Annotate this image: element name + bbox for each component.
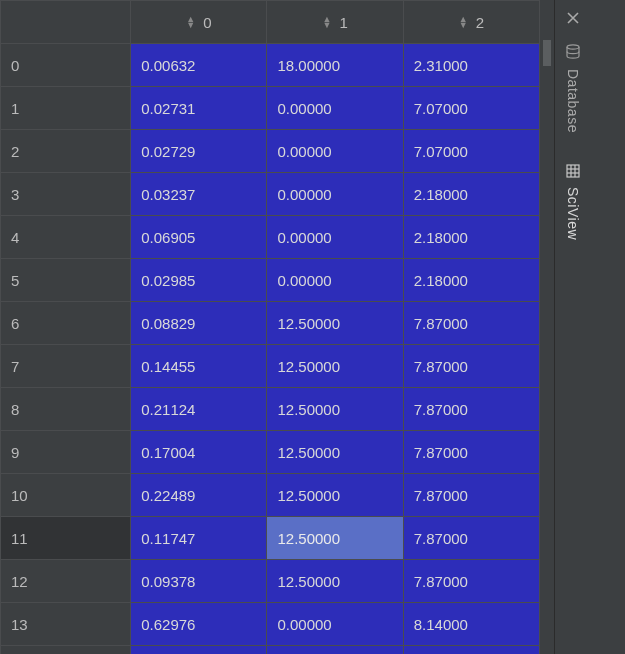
tab-label: SciView <box>565 187 581 240</box>
tab-sciview[interactable]: SciView <box>555 156 591 266</box>
cell[interactable]: 7.87000 <box>403 431 539 474</box>
table-row[interactable]: 100.2248912.500007.87000 <box>1 474 540 517</box>
col-header-label: 2 <box>476 14 484 31</box>
table-row[interactable]: 130.629760.000008.14000 <box>1 603 540 646</box>
row-index[interactable]: 2 <box>1 130 131 173</box>
cell[interactable]: 12.50000 <box>267 345 403 388</box>
grid-icon <box>566 164 580 181</box>
sort-icon: ▲▼ <box>186 16 195 28</box>
cell[interactable]: 2.18000 <box>403 173 539 216</box>
cell[interactable]: 0.00000 <box>267 603 403 646</box>
table-row[interactable]: 30.032370.000002.18000 <box>1 173 540 216</box>
col-header-1[interactable]: ▲▼ 1 <box>267 1 403 44</box>
sort-icon: ▲▼ <box>459 16 468 28</box>
col-header-2[interactable]: ▲▼ 2 <box>403 1 539 44</box>
cell[interactable]: 7.87000 <box>403 517 539 560</box>
sort-icon: ▲▼ <box>322 16 331 28</box>
cell[interactable]: 7.07000 <box>403 130 539 173</box>
tool-window-tabs: Database SciView <box>554 0 625 654</box>
cell[interactable]: 12.50000 <box>267 431 403 474</box>
tab-label: Database <box>565 69 581 133</box>
table-row[interactable]: 110.1174712.500007.87000 <box>1 517 540 560</box>
cell[interactable]: 0.00632 <box>131 44 267 87</box>
cell[interactable]: 0.00000 <box>267 259 403 302</box>
cell[interactable]: 7.87000 <box>403 388 539 431</box>
table-row[interactable]: 00.0063218.000002.31000 <box>1 44 540 87</box>
row-index[interactable]: 12 <box>1 560 131 603</box>
table-row[interactable]: 70.1445512.500007.87000 <box>1 345 540 388</box>
cell[interactable]: 0.17004 <box>131 431 267 474</box>
cell[interactable]: 7.87000 <box>403 560 539 603</box>
cell[interactable] <box>403 646 539 655</box>
svg-rect-1 <box>567 165 579 177</box>
col-header-0[interactable]: ▲▼ 0 <box>131 1 267 44</box>
cell[interactable]: 12.50000 <box>267 474 403 517</box>
cell[interactable]: 0.03237 <box>131 173 267 216</box>
row-index[interactable]: 13 <box>1 603 131 646</box>
cell[interactable]: 0.21124 <box>131 388 267 431</box>
database-icon <box>566 44 580 63</box>
col-header-label: 0 <box>203 14 211 31</box>
row-index[interactable]: 1 <box>1 87 131 130</box>
table-row[interactable]: 40.069050.000002.18000 <box>1 216 540 259</box>
cell[interactable]: 12.50000 <box>267 560 403 603</box>
cell[interactable]: 0.00000 <box>267 173 403 216</box>
cell[interactable]: 7.87000 <box>403 302 539 345</box>
table-row[interactable]: 20.027290.000007.07000 <box>1 130 540 173</box>
row-index[interactable]: 7 <box>1 345 131 388</box>
data-table: ▲▼ 0 ▲▼ 1 ▲▼ 2 00.006321 <box>0 0 540 654</box>
table-row[interactable]: 60.0882912.500007.87000 <box>1 302 540 345</box>
row-index[interactable]: 0 <box>1 44 131 87</box>
row-index[interactable]: 5 <box>1 259 131 302</box>
cell[interactable]: 0.06905 <box>131 216 267 259</box>
table-row[interactable]: 120.0937812.500007.87000 <box>1 560 540 603</box>
cell[interactable]: 0.08829 <box>131 302 267 345</box>
cell[interactable]: 0.62976 <box>131 603 267 646</box>
table-row[interactable]: 10.027310.000007.07000 <box>1 87 540 130</box>
cell[interactable]: 0.02731 <box>131 87 267 130</box>
row-index[interactable]: 9 <box>1 431 131 474</box>
table-row[interactable] <box>1 646 540 655</box>
cell[interactable]: 7.87000 <box>403 345 539 388</box>
close-icon[interactable] <box>555 6 591 30</box>
cell[interactable]: 2.18000 <box>403 259 539 302</box>
cell[interactable] <box>267 646 403 655</box>
vertical-scrollbar[interactable] <box>540 0 554 654</box>
cell[interactable]: 0.00000 <box>267 216 403 259</box>
row-index[interactable]: 11 <box>1 517 131 560</box>
cell[interactable]: 0.14455 <box>131 345 267 388</box>
col-header-label: 1 <box>339 14 347 31</box>
cell[interactable]: 7.87000 <box>403 474 539 517</box>
cell[interactable]: 2.18000 <box>403 216 539 259</box>
scrollbar-thumb[interactable] <box>543 40 551 66</box>
tab-database[interactable]: Database <box>555 36 591 146</box>
cell[interactable]: 8.14000 <box>403 603 539 646</box>
row-index[interactable]: 3 <box>1 173 131 216</box>
cell[interactable]: 18.00000 <box>267 44 403 87</box>
header-row: ▲▼ 0 ▲▼ 1 ▲▼ 2 <box>1 1 540 44</box>
cell[interactable]: 0.22489 <box>131 474 267 517</box>
table-row[interactable]: 90.1700412.500007.87000 <box>1 431 540 474</box>
cell[interactable]: 0.02729 <box>131 130 267 173</box>
svg-point-0 <box>567 45 579 49</box>
row-index[interactable] <box>1 646 131 655</box>
row-index[interactable]: 10 <box>1 474 131 517</box>
cell[interactable]: 0.00000 <box>267 130 403 173</box>
cell[interactable]: 0.00000 <box>267 87 403 130</box>
cell[interactable] <box>131 646 267 655</box>
table-row[interactable]: 80.2112412.500007.87000 <box>1 388 540 431</box>
cell[interactable]: 7.07000 <box>403 87 539 130</box>
index-header[interactable] <box>1 1 131 44</box>
cell[interactable]: 0.02985 <box>131 259 267 302</box>
row-index[interactable]: 8 <box>1 388 131 431</box>
cell[interactable]: 12.50000 <box>267 302 403 345</box>
cell[interactable]: 2.31000 <box>403 44 539 87</box>
table-row[interactable]: 50.029850.000002.18000 <box>1 259 540 302</box>
cell[interactable]: 0.11747 <box>131 517 267 560</box>
cell[interactable]: 0.09378 <box>131 560 267 603</box>
cell[interactable]: 12.50000 <box>267 517 403 560</box>
row-index[interactable]: 4 <box>1 216 131 259</box>
cell[interactable]: 12.50000 <box>267 388 403 431</box>
row-index[interactable]: 6 <box>1 302 131 345</box>
